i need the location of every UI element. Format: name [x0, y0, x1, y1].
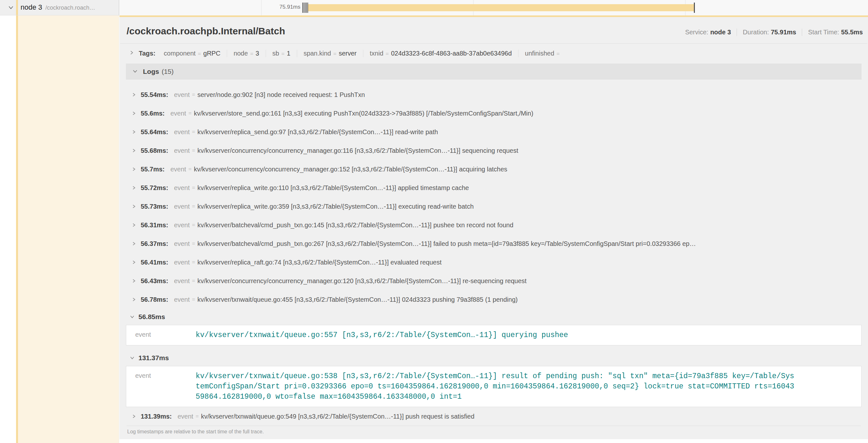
log-equals: =	[192, 92, 195, 98]
log-field-value: kv/kvserver/batcheval/cmd_push_txn.go:14…	[197, 222, 514, 229]
log-row[interactable]: 56.78ms: event = kv/kvserver/txnwait/que…	[126, 290, 862, 309]
chevron-right-icon[interactable]	[132, 414, 136, 419]
logs-title: Logs	[143, 68, 159, 75]
log-timestamp: 55.72ms:	[141, 184, 168, 192]
log-row[interactable]: 56.41ms: event = kv/kvserver/replica_raf…	[126, 253, 862, 272]
log-row[interactable]: 55.68ms: event = kv/kvserver/concurrency…	[126, 141, 862, 160]
log-field-key: event	[174, 128, 190, 136]
span-name-cell[interactable]: node 3/cockroach.roach…	[0, 0, 119, 15]
log-field-key: event	[174, 91, 190, 99]
tag-item: txnid=024d3323-6c8f-4863-aa8b-37ab0e6349…	[363, 50, 518, 57]
collapse-chevron-down-icon[interactable]	[8, 5, 14, 12]
chevron-right-icon[interactable]	[132, 241, 136, 246]
meta-label: Service:	[685, 29, 708, 36]
tags-label: Tags:	[139, 50, 155, 57]
chevron-right-icon[interactable]	[132, 185, 136, 190]
log-field-value: kv/kvserver/concurrency/concurrency_mana…	[194, 166, 507, 173]
log-field-key: event	[174, 240, 190, 247]
log-field-key: event	[170, 166, 186, 173]
span-detail-header: /cockroach.roachpb.Internal/Batch Servic…	[120, 17, 868, 37]
log-row[interactable]: 56.37ms: event = kv/kvserver/batcheval/c…	[126, 234, 862, 253]
tag-equals: =	[281, 51, 285, 57]
tag-item: sb=1	[266, 50, 297, 57]
tag-item: node=3	[227, 50, 266, 57]
log-field-value: kv/kvserver/replica_raft.go:74 [n3,s3,r6…	[197, 259, 442, 266]
log-equals: =	[192, 222, 195, 228]
tags-list: component=gRPC node=3 sb=1 span.kind=ser…	[157, 50, 568, 57]
log-timestamp: 131.39ms:	[141, 413, 172, 420]
log-expanded-header[interactable]: 56.85ms	[126, 309, 862, 325]
chevron-right-icon[interactable]	[132, 148, 136, 153]
log-equals: =	[192, 203, 195, 210]
tag-equals: =	[556, 51, 560, 57]
log-timestamp: 56.41ms:	[141, 259, 168, 266]
log-row[interactable]: 55.64ms: event = kv/kvserver/replica_sen…	[126, 123, 862, 141]
log-equals: =	[192, 147, 195, 154]
chevron-right-icon[interactable]	[129, 50, 134, 57]
chevron-down-icon[interactable]	[132, 68, 138, 75]
log-field-value: kv/kvserver/concurrency/concurrency_mana…	[197, 277, 527, 285]
chevron-down-icon[interactable]	[130, 356, 134, 360]
span-detail-panel: /cockroach.roachpb.Internal/Batch Servic…	[120, 15, 868, 439]
chevron-right-icon[interactable]	[132, 278, 136, 283]
log-expanded-body: event kv/kvserver/txnwait/queue.go:538 […	[126, 366, 862, 407]
log-field-key: event	[170, 110, 186, 117]
meta-value: 75.91ms	[771, 29, 796, 36]
log-field-key: event	[178, 413, 193, 420]
chevron-right-icon[interactable]	[132, 297, 136, 302]
log-equals: =	[192, 296, 195, 303]
log-field-value: kv/kvserver/txnwait/queue.go:538 [n3,s3,…	[196, 371, 796, 402]
log-tick-end	[694, 3, 695, 13]
log-timestamp: 55.54ms:	[141, 91, 168, 99]
log-equals: =	[196, 413, 199, 419]
span-timeline-row[interactable]: 75.91ms node 3/cockroach.roach…	[0, 0, 868, 15]
log-row[interactable]: 56.31ms: event = kv/kvserver/batcheval/c…	[126, 216, 862, 234]
tag-equals: =	[250, 51, 253, 57]
log-timestamp: 56.78ms:	[141, 296, 168, 303]
chevron-right-icon[interactable]	[132, 92, 136, 97]
chevron-right-icon[interactable]	[132, 129, 136, 135]
tag-equals: =	[385, 51, 389, 57]
tag-value: server	[339, 50, 356, 57]
log-row[interactable]: 55.6ms: event = kv/kvserver/store_send.g…	[126, 104, 862, 123]
tags-accordion[interactable]: Tags: component=gRPC node=3 sb=1 span.ki…	[120, 44, 868, 58]
meta-value: node 3	[710, 29, 731, 36]
chevron-right-icon[interactable]	[132, 111, 136, 116]
log-equals: =	[188, 166, 191, 172]
log-field-key: event	[174, 296, 190, 303]
tag-value: 024d3323-6c8f-4863-aa8b-37ab0e63496d	[391, 50, 512, 57]
log-field-key: event	[174, 147, 190, 155]
span-bar[interactable]	[308, 4, 694, 11]
chevron-down-icon[interactable]	[130, 315, 134, 319]
log-timestamp: 55.64ms:	[141, 128, 168, 136]
service-name: node 3/cockroach.roach…	[21, 3, 95, 11]
log-row[interactable]: 131.39ms: event = kv/kvserver/txnwait/qu…	[126, 407, 862, 426]
tag-value: gRPC	[203, 50, 220, 57]
log-row[interactable]: 56.43ms: event = kv/kvserver/concurrency…	[126, 272, 862, 290]
chevron-right-icon[interactable]	[132, 167, 136, 172]
log-expanded-header[interactable]: 131.37ms	[126, 350, 862, 366]
chevron-right-icon[interactable]	[132, 223, 136, 228]
log-timestamp: 56.37ms:	[141, 240, 168, 247]
log-row[interactable]: 55.73ms: event = kv/kvserver/replica_wri…	[126, 197, 862, 216]
log-timestamp: 56.43ms:	[141, 277, 168, 285]
log-row[interactable]: 55.7ms: event = kv/kvserver/concurrency/…	[126, 160, 862, 178]
log-timestamp: 131.37ms	[138, 354, 169, 362]
log-row[interactable]: 55.54ms: event = server/node.go:902 [n3]…	[126, 86, 862, 104]
chevron-right-icon[interactable]	[132, 260, 136, 265]
log-field-value: kv/kvserver/concurrency/concurrency_mana…	[197, 147, 519, 155]
logs-accordion-header[interactable]: Logs (15)	[126, 64, 862, 79]
log-field-value: kv/kvserver/replica_write.go:359 [n3,s3,…	[197, 203, 474, 210]
log-timestamp: 55.7ms:	[141, 166, 165, 173]
log-list: 55.54ms: event = server/node.go:902 [n3]…	[126, 86, 862, 426]
tag-key: unfinished	[525, 50, 554, 57]
log-row[interactable]: 55.72ms: event = kv/kvserver/replica_wri…	[126, 178, 862, 197]
log-field-value: kv/kvserver/txnwait/queue.go:557 [n3,s3,…	[196, 330, 568, 340]
chevron-right-icon[interactable]	[132, 204, 136, 209]
log-timestamp: 55.68ms:	[141, 147, 168, 155]
tag-key: txnid	[370, 50, 383, 57]
tag-equals: =	[334, 51, 337, 57]
span-meta-item: Service:node 3	[679, 29, 737, 36]
tag-item: span.kind=server	[297, 50, 363, 57]
log-equals: =	[192, 259, 195, 266]
